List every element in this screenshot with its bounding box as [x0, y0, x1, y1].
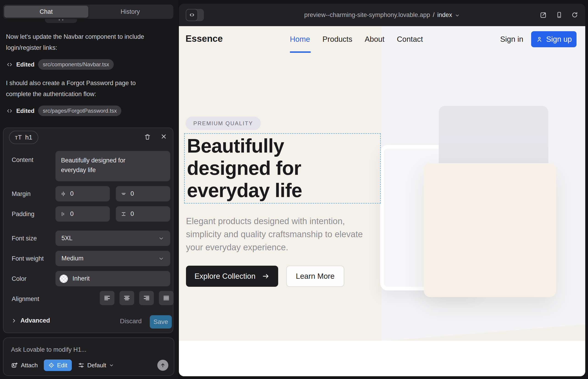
edited-file-chip[interactable]: src/components/Navbar.tsx — [38, 59, 113, 70]
tab-chat[interactable]: Chat — [4, 6, 88, 18]
color-value: Inherit — [73, 275, 90, 282]
selected-element-pill[interactable]: тT h1 — [9, 131, 38, 144]
chevron-down-icon — [158, 255, 164, 262]
attach-button[interactable]: Attach — [11, 362, 38, 369]
padding-y-input[interactable]: 0 — [116, 206, 170, 222]
editor-footer: Advanced Discard Save — [3, 315, 173, 329]
selected-h1-element[interactable]: Beautifully designed for everyday life — [184, 133, 381, 204]
preview-chrome: preview--charming-site-symphony.lovable.… — [179, 4, 585, 26]
learn-more-button[interactable]: Learn More — [286, 266, 344, 287]
padding-horizontal-icon — [60, 211, 66, 217]
font-weight-select[interactable]: Medium — [56, 251, 170, 266]
content-label: Content — [12, 157, 33, 164]
align-left-button[interactable] — [100, 291, 114, 305]
mode-select[interactable]: Default — [78, 362, 114, 369]
font-size-label: Font size — [12, 235, 37, 242]
site-navbar: Essence Home Products About Contact Sign… — [179, 26, 585, 53]
color-label: Color — [12, 275, 27, 283]
chat-message: Now let's update the Navbar component to… — [6, 31, 153, 53]
content-value: Beautifully designed for everyday life — [61, 156, 144, 175]
headline-line: everyday life — [187, 179, 302, 201]
url-host: preview--charming-site-symphony.lovable.… — [304, 12, 430, 19]
hero-headline: Beautifully designed for everyday life — [187, 135, 302, 201]
chat-message: I should also create a Forgot Password p… — [6, 78, 153, 100]
save-button[interactable]: Save — [150, 315, 172, 329]
preview-frame: preview--charming-site-symphony.lovable.… — [179, 4, 585, 376]
hero-badge: PREMIUM QUALITY — [186, 117, 261, 130]
color-picker[interactable]: Inherit — [56, 271, 170, 286]
align-justify-button[interactable] — [159, 291, 174, 305]
font-size-select[interactable]: 5XL — [56, 231, 170, 246]
edit-mode-button[interactable]: Edit — [44, 360, 72, 371]
attach-label: Attach — [21, 362, 38, 369]
margin-vertical-icon — [120, 191, 127, 197]
padding-label: Padding — [12, 211, 34, 218]
url-separator: / — [433, 12, 434, 19]
margin-x-value: 0 — [70, 190, 74, 197]
edited-file-chip[interactable]: src/pages/ForgotPassword.tsx — [38, 106, 121, 116]
arrow-up-icon — [160, 362, 166, 368]
sidebar-tabbar: Chat History — [3, 5, 173, 19]
padding-x-value: 0 — [70, 210, 74, 218]
font-weight-value: Medium — [62, 255, 83, 262]
composer-input[interactable]: Ask Lovable to modify H1... — [11, 346, 86, 353]
edit-label: Edit — [57, 362, 67, 369]
nav-link-contact[interactable]: Contact — [397, 35, 423, 44]
advanced-toggle[interactable]: Advanced — [11, 317, 50, 324]
url-page: index — [437, 12, 452, 19]
hero-card-peach — [424, 163, 556, 297]
arrow-right-icon — [262, 272, 270, 280]
sign-in-link[interactable]: Sign in — [500, 35, 523, 44]
nav-link-home[interactable]: Home — [290, 35, 310, 44]
sliders-icon — [78, 362, 85, 369]
mode-label: Default — [87, 362, 106, 369]
hero-paragraph: Elegant products designed with intention… — [186, 215, 372, 254]
element-editor-panel: тT h1 Content Beautifully designed for e… — [3, 127, 173, 333]
target-icon — [48, 362, 55, 368]
chevron-down-icon — [109, 363, 114, 368]
padding-x-input[interactable]: 0 — [56, 206, 110, 222]
font-weight-label: Font weight — [12, 255, 44, 262]
edited-file-row: Edited src/components/Navbar.tsx — [6, 59, 114, 70]
nav-link-products[interactable]: Products — [323, 35, 352, 44]
code-icon — [6, 62, 13, 68]
margin-y-input[interactable]: 0 — [116, 186, 170, 201]
padding-y-value: 0 — [130, 210, 134, 218]
content-input[interactable]: Beautifully designed for everyday life — [56, 151, 170, 181]
send-button[interactable] — [157, 360, 168, 371]
chat-sidebar: Chat History Now let's update the Navbar… — [0, 0, 178, 379]
preview-url[interactable]: preview--charming-site-symphony.lovable.… — [179, 4, 585, 26]
align-right-button[interactable] — [139, 291, 154, 305]
edited-label: Edited — [16, 107, 34, 114]
headline-line: designed for — [187, 157, 302, 179]
transparent-swatch-icon — [60, 275, 68, 283]
advanced-label: Advanced — [20, 317, 50, 324]
delete-element-icon[interactable] — [144, 133, 151, 141]
align-center-button[interactable] — [120, 291, 134, 305]
typography-icon: тT — [15, 134, 22, 141]
chat-composer: Ask Lovable to modify H1... Attach Edit … — [3, 337, 174, 376]
active-nav-underline — [290, 51, 311, 53]
sign-up-label: Sign up — [546, 35, 572, 44]
font-size-value: 5XL — [62, 235, 73, 242]
margin-x-input[interactable]: 0 — [56, 186, 110, 201]
margin-y-value: 0 — [130, 190, 134, 197]
edited-label: Edited — [16, 61, 34, 68]
chevron-down-icon — [158, 235, 164, 241]
discard-button[interactable]: Discard — [120, 317, 142, 325]
nav-link-about[interactable]: About — [365, 35, 384, 44]
site-preview: Essence Home Products About Contact Sign… — [179, 26, 585, 376]
alignment-label: Alignment — [12, 296, 39, 303]
close-icon[interactable] — [160, 133, 167, 140]
sign-up-button[interactable]: Sign up — [531, 31, 576, 47]
site-brand[interactable]: Essence — [186, 33, 223, 44]
chevron-down-icon — [455, 13, 460, 18]
site-nav-links: Home Products About Contact — [290, 35, 423, 44]
padding-vertical-icon — [120, 211, 127, 217]
edited-file-row: Edited src/pages/ForgotPassword.tsx — [6, 106, 121, 116]
headline-line: Beautifully — [187, 135, 302, 157]
cta-primary-label: Explore Collection — [194, 272, 255, 281]
code-icon — [6, 108, 13, 114]
explore-collection-button[interactable]: Explore Collection — [186, 266, 278, 287]
tab-history[interactable]: History — [88, 6, 172, 18]
